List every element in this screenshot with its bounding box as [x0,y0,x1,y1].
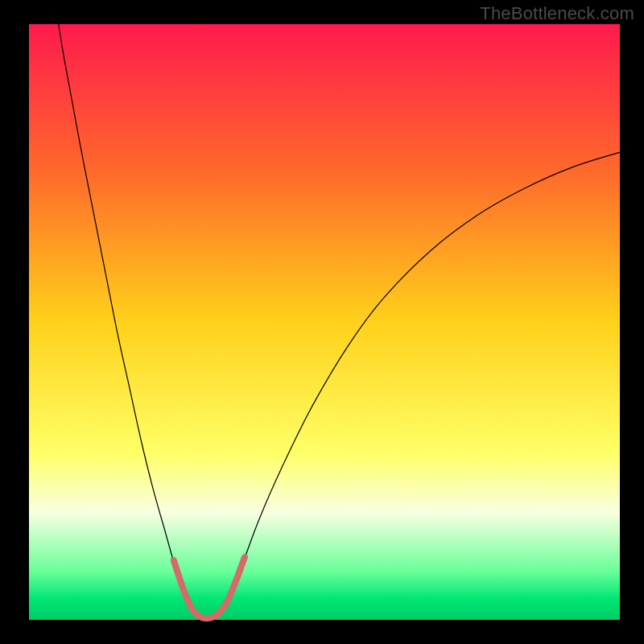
bottleneck-chart [0,0,644,644]
chart-frame: TheBottleneck.com [0,0,644,644]
plot-background [29,24,620,620]
watermark-text: TheBottleneck.com [480,3,634,24]
